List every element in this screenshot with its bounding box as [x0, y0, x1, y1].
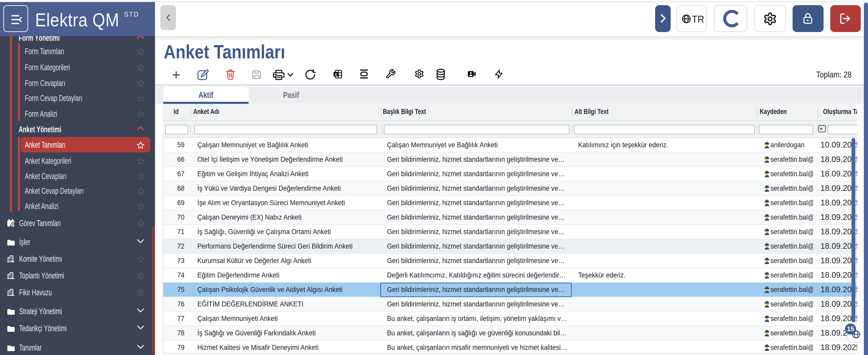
svg-text:x: x	[335, 72, 337, 77]
